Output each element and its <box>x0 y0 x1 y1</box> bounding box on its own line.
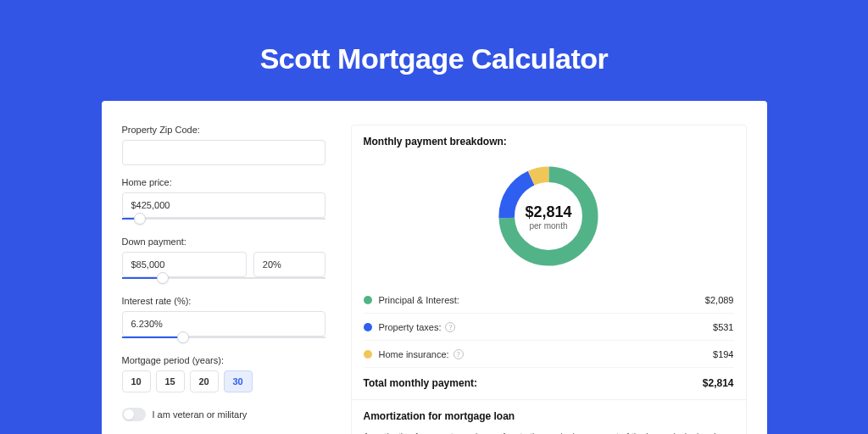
slider-thumb[interactable] <box>157 272 169 284</box>
period-10[interactable]: 10 <box>122 370 151 392</box>
down-payment-input[interactable] <box>122 252 247 277</box>
dot-icon <box>364 296 372 304</box>
info-icon[interactable]: ? <box>445 322 455 332</box>
period-30[interactable]: 30 <box>224 370 253 392</box>
legend-value: $2,089 <box>705 295 734 305</box>
interest-input[interactable] <box>122 311 326 337</box>
page-title: Scott Mortgage Calculator <box>0 42 868 75</box>
amortization-title: Amortization for mortgage loan <box>364 410 734 422</box>
dot-icon <box>364 350 372 359</box>
total-row: Total monthly payment: $2,814 <box>364 368 734 391</box>
veteran-toggle[interactable] <box>122 408 146 421</box>
down-payment-pct-input[interactable] <box>253 252 326 277</box>
total-label: Total monthly payment: <box>364 377 703 389</box>
down-payment-label: Down payment: <box>122 236 326 247</box>
interest-slider[interactable] <box>122 337 326 343</box>
legend-label: Home insurance: ? <box>379 349 714 359</box>
interest-label: Interest rate (%): <box>122 296 326 306</box>
breakdown-title: Monthly payment breakdown: <box>364 136 734 147</box>
zip-input[interactable] <box>122 140 326 165</box>
interest-group: Interest rate (%): <box>122 296 326 343</box>
info-icon[interactable]: ? <box>453 349 464 359</box>
legend-value: $194 <box>713 349 733 359</box>
breakdown-column: Monthly payment breakdown: $2,814 per mo… <box>351 125 747 434</box>
donut-sub: per month <box>525 221 571 231</box>
zip-group: Property Zip Code: <box>122 125 326 165</box>
legend-taxes: Property taxes: ? $531 <box>364 314 734 341</box>
legend-value: $531 <box>713 322 733 332</box>
dot-icon <box>364 323 372 331</box>
down-payment-group: Down payment: <box>122 236 326 284</box>
period-options: 10 15 20 30 <box>122 370 326 392</box>
home-price-label: Home price: <box>122 177 326 187</box>
down-payment-slider[interactable] <box>122 277 326 284</box>
period-label: Mortgage period (years): <box>122 355 326 365</box>
veteran-row: I am veteran or military <box>122 408 326 421</box>
home-price-group: Home price: <box>122 177 326 225</box>
total-value: $2,814 <box>703 377 734 389</box>
period-group: Mortgage period (years): 10 15 20 30 <box>122 355 326 392</box>
amortization-text: Amortization for a mortgage loan refers … <box>364 431 734 434</box>
zip-label: Property Zip Code: <box>122 125 326 135</box>
donut-chart-wrap: $2,814 per month <box>364 147 734 287</box>
legend-label: Property taxes: ? <box>379 322 714 332</box>
donut-center: $2,814 per month <box>525 203 571 231</box>
page-root: Scott Mortgage Calculator Property Zip C… <box>0 0 868 434</box>
donut-amount: $2,814 <box>525 203 571 221</box>
legend-insurance: Home insurance: ? $194 <box>364 341 734 368</box>
amortization-section: Amortization for mortgage loan Amortizat… <box>352 400 746 434</box>
legend-label: Principal & Interest: <box>379 295 705 305</box>
legend-principal: Principal & Interest: $2,089 <box>364 287 734 314</box>
slider-thumb[interactable] <box>134 213 146 225</box>
home-price-slider[interactable] <box>122 218 326 225</box>
breakdown-section: Monthly payment breakdown: $2,814 per mo… <box>352 125 746 400</box>
home-price-input[interactable] <box>122 192 326 218</box>
slider-thumb[interactable] <box>177 331 189 343</box>
period-20[interactable]: 20 <box>190 370 219 392</box>
veteran-label: I am veteran or military <box>153 409 248 420</box>
form-column: Property Zip Code: Home price: Down paym… <box>122 125 326 434</box>
calculator-panel: Property Zip Code: Home price: Down paym… <box>102 101 767 434</box>
period-15[interactable]: 15 <box>156 370 185 392</box>
